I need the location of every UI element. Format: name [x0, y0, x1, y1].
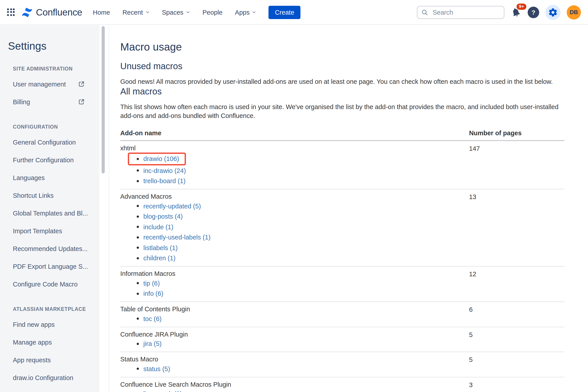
macro-list-item: recently-used-labels (1) [120, 232, 469, 242]
macro-link-include-1[interactable]: include (1) [143, 222, 173, 232]
sidebar-item-languages[interactable]: Languages [0, 169, 99, 187]
macro-link-livesearch-3[interactable]: livesearch (3) [143, 390, 182, 392]
macro-link-status-5[interactable]: status (5) [143, 364, 170, 374]
search-input[interactable] [417, 6, 505, 19]
macro-list-item: listlabels (1) [120, 242, 469, 253]
pages-count: 12 [469, 269, 564, 299]
sidebar-item-label: Shortcut Links [13, 192, 54, 199]
nav-item-recent[interactable]: Recent [123, 9, 150, 16]
macro-usage-table: Add-on name Number of pages xhtmldrawio … [120, 128, 564, 392]
addon-cell: Information Macrostip (6)info (6) [120, 269, 469, 299]
chevron-down-icon [252, 10, 256, 14]
nav-item-label: Apps [235, 9, 250, 16]
search-icon [421, 9, 428, 16]
macro-list-item: blog-posts (4) [120, 211, 469, 222]
user-avatar[interactable]: DB [567, 5, 581, 19]
question-mark-icon: ? [531, 9, 535, 16]
unused-macros-text: Good news! All macros provided by user-i… [120, 77, 564, 86]
macro-list-item: include (1) [120, 222, 469, 232]
nav-item-people[interactable]: People [203, 9, 222, 16]
notification-count-badge: 9+ [516, 3, 526, 10]
help-button[interactable]: ? [528, 6, 539, 18]
sidebar-item-draw-io-configuration[interactable]: draw.io Configuration [0, 369, 99, 387]
sidebar-item-global-templates-and-bl[interactable]: Global Templates and Bl... [0, 204, 99, 222]
bullet-icon [137, 236, 139, 238]
sidebar-scrollbar-thumb[interactable] [102, 26, 105, 174]
table-row-advanced-macros: Advanced Macrosrecently-updated (5)blog-… [120, 189, 564, 266]
sidebar-item-app-requests[interactable]: App requests [0, 351, 99, 369]
sidebar-item-find-new-apps[interactable]: Find new apps [0, 316, 99, 334]
sidebar-scrollbar-track [99, 25, 109, 392]
sidebar-section-site-administration: SITE ADMINISTRATIONUser managementBillin… [0, 66, 99, 111]
sidebar-item-shortcut-links[interactable]: Shortcut Links [0, 187, 99, 204]
macro-link-drawio-106[interactable]: drawio (106) [143, 154, 179, 163]
sidebar-item-pdf-export-language-s[interactable]: PDF Export Language S... [0, 258, 99, 276]
sidebar-item-label: Recommended Updates... [13, 245, 88, 252]
table-row-xhtml: xhtmldrawio (106)inc-drawio (24)trello-b… [120, 141, 564, 189]
chevron-down-icon [146, 10, 150, 14]
bullet-icon [137, 257, 139, 260]
pages-count: 3 [469, 380, 564, 392]
nav-item-label: Recent [123, 9, 143, 16]
macro-link-recently-updated-5[interactable]: recently-updated (5) [143, 202, 201, 211]
nav-item-home[interactable]: Home [93, 9, 110, 16]
macro-list-item: info (6) [120, 288, 469, 299]
create-button[interactable]: Create [269, 6, 301, 19]
macro-link-listlabels-1[interactable]: listlabels (1) [143, 244, 178, 252]
macro-link-recently-used-labels-1[interactable]: recently-used-labels (1) [143, 233, 211, 242]
macro-list: jira (5) [120, 338, 469, 349]
sidebar-item-import-templates[interactable]: Import Templates [0, 222, 99, 240]
macro-link-tip-6[interactable]: tip (6) [143, 279, 160, 288]
pages-count: 5 [469, 355, 564, 374]
bullet-icon [137, 180, 139, 182]
sidebar-item-user-management[interactable]: User management [0, 76, 99, 93]
macro-link-jira-5[interactable]: jira (5) [143, 340, 162, 348]
pages-count: 5 [469, 330, 564, 349]
sidebar-item-configure-code-macro[interactable]: Configure Code Macro [0, 276, 99, 293]
macro-link-info-6[interactable]: info (6) [143, 289, 163, 298]
macro-list-item: jira (5) [120, 338, 469, 349]
addon-name: Information Macros [120, 269, 469, 278]
sidebar-item-billing[interactable]: Billing [0, 93, 99, 111]
macro-link-toc-6[interactable]: toc (6) [143, 314, 162, 323]
sidebar-section-atlassian-marketplace: ATLASSIAN MARKETPLACEFind new appsManage… [0, 306, 99, 387]
macro-list-item: drawio (106) [120, 152, 469, 166]
sidebar-item-further-configuration[interactable]: Further Configuration [0, 151, 99, 169]
gear-icon [548, 7, 558, 17]
section-heading-all-macros: All macros [120, 86, 564, 97]
settings-button-active[interactable] [545, 5, 560, 20]
page-title: Macro usage [120, 40, 564, 54]
sidebar-item-recommended-updates[interactable]: Recommended Updates... [0, 240, 99, 258]
external-link-icon [78, 81, 85, 87]
notifications-button[interactable]: 9+ [511, 7, 521, 18]
macro-list-item: inc-drawio (24) [120, 166, 469, 176]
primary-nav: HomeRecentSpacesPeopleApps [93, 9, 256, 16]
nav-item-apps[interactable]: Apps [235, 9, 256, 16]
macro-link-children-1[interactable]: children (1) [143, 254, 175, 263]
confluence-mark-icon [21, 6, 33, 18]
addon-cell: Status Macrostatus (5) [120, 355, 469, 374]
addon-cell: Confluence Live Search Macros Pluginlive… [120, 380, 469, 392]
sidebar-item-manage-apps[interactable]: Manage apps [0, 334, 99, 351]
macro-link-inc-drawio-24[interactable]: inc-drawio (24) [143, 166, 186, 175]
macro-link-trello-board-1[interactable]: trello-board (1) [143, 177, 185, 186]
sidebar-item-label: User management [13, 81, 66, 88]
section-heading-unused-macros: Unused macros [120, 61, 564, 72]
nav-item-label: Spaces [162, 9, 183, 16]
addon-cell: Table of Contents Plugintoc (6) [120, 305, 469, 324]
table-row-information-macros: Information Macrostip (6)info (6)12 [120, 266, 564, 302]
app-switcher-icon[interactable] [7, 8, 15, 16]
sidebar-item-label: Global Templates and Bl... [13, 210, 88, 217]
addon-name: Status Macro [120, 355, 469, 364]
macro-link-blog-posts-4[interactable]: blog-posts (4) [143, 212, 183, 221]
confluence-app: Confluence HomeRecentSpacesPeopleApps Cr… [0, 0, 588, 392]
macro-list-item: tip (6) [120, 278, 469, 288]
sidebar-item-label: General Configuration [13, 139, 76, 146]
sidebar-item-label: Manage apps [13, 339, 52, 346]
sidebar-item-label: Further Configuration [13, 156, 74, 164]
pages-count: 13 [469, 192, 564, 264]
confluence-logo[interactable]: Confluence [21, 6, 82, 18]
pages-count: 147 [469, 144, 564, 186]
sidebar-item-general-configuration[interactable]: General Configuration [0, 134, 99, 151]
nav-item-spaces[interactable]: Spaces [162, 9, 190, 16]
